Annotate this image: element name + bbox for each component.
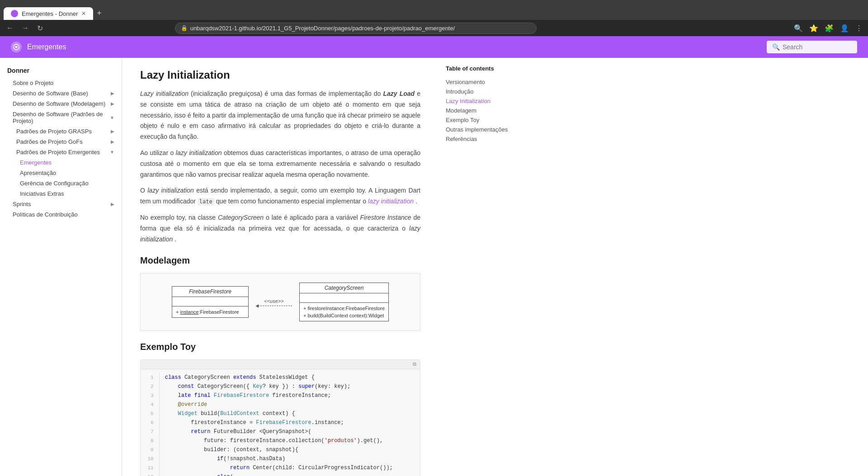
sidebar-item-label: Apresentação xyxy=(20,170,56,176)
line-content: Widget build(BuildContext context) { xyxy=(160,409,420,418)
uml-member-firestore: + firestoreInstance:FirebaseFirestore xyxy=(303,305,385,312)
sidebar-item-label: Sobre o Projeto xyxy=(13,80,53,86)
uml-classes: FirebaseFirestore + instance:FirebaseFir… xyxy=(172,283,389,321)
menu-icon[interactable]: ⋮ xyxy=(854,23,864,33)
sidebar-item-apresentacao[interactable]: Apresentação xyxy=(0,168,122,178)
uml-class-header: FirebaseFirestore xyxy=(172,287,248,297)
sidebar-item-label: Políticas de Contribuição xyxy=(13,211,78,218)
sidebar-item-label: Desenho de Software (Modelagem) xyxy=(13,100,105,107)
code-line-6: 6 firestoreInstance = FirebaseFirestore.… xyxy=(141,418,420,427)
sidebar-item-label: Padrões de Projeto GRASPs xyxy=(16,128,92,135)
line-content: @override xyxy=(160,400,420,409)
address-input[interactable]: 🔒 unbarqdsw2021-1.github.io/2021.1_G5_Pr… xyxy=(175,23,537,34)
uml-member-instance: + instance:FirebaseFirestore xyxy=(176,308,245,316)
sidebar-item-sprints[interactable]: Sprints ▶ xyxy=(0,199,122,209)
refresh-button[interactable]: ↻ xyxy=(34,23,46,33)
page-title: Lazy Initialization xyxy=(140,69,420,81)
dashed-arrow-line xyxy=(256,306,292,306)
paragraph-3: O lazy initialization está sendo impleme… xyxy=(140,185,420,207)
code-header: ⧉ xyxy=(141,360,420,369)
code-line-10: 10 if(!snapshot.hasData) xyxy=(141,454,420,463)
line-content: late final FirebaseFirestore firestoreIn… xyxy=(160,391,420,400)
chevron-right-icon: ▶ xyxy=(111,91,114,96)
uml-class-members: + instance:FirebaseFirestore xyxy=(172,306,248,317)
line-content: const CategoryScreen({ Key? key }) : sup… xyxy=(160,382,420,391)
toc-sidebar: Table of contents Versionamento Introduç… xyxy=(439,58,538,476)
search-input[interactable] xyxy=(783,43,850,51)
uml-class-firebase: FirebaseFirestore + instance:FirebaseFir… xyxy=(172,286,249,318)
toc-item-introducao[interactable]: Introdução xyxy=(446,87,531,96)
copy-icon[interactable]: ⧉ xyxy=(413,362,416,367)
toc-item-lazy[interactable]: Lazy Initialization xyxy=(446,96,531,106)
uml-class-body xyxy=(172,297,248,306)
line-num: 4 xyxy=(141,400,160,409)
uml-arrow-container: <<use>> xyxy=(249,298,299,306)
line-num: 3 xyxy=(141,391,160,400)
tab-favicon xyxy=(11,10,18,17)
sidebar-item-padroes[interactable]: Desenho de Software (Padrões de Projeto)… xyxy=(0,109,122,126)
content-area: Lazy Initialization Lazy initialization … xyxy=(122,58,439,476)
uml-class-header2: CategoryScreen xyxy=(300,283,388,293)
line-num: 6 xyxy=(141,418,160,427)
line-content: return FutureBuilder <QuerySnapshot>( xyxy=(160,427,420,436)
browser-tabs: Emergentes - Donner ✕ + xyxy=(4,0,105,20)
sidebar-section-title: Donner xyxy=(0,65,122,78)
sidebar-item-sobre[interactable]: Sobre o Projeto xyxy=(0,78,122,88)
code-line-7: 7 return FutureBuilder <QuerySnapshot>( xyxy=(141,427,420,436)
active-tab[interactable]: Emergentes - Donner ✕ xyxy=(4,7,93,20)
sidebar-item-emergentes[interactable]: Padrões de Projeto Emergentes ▼ xyxy=(0,147,122,157)
sidebar-item-grasps[interactable]: Padrões de Projeto GRASPs ▶ xyxy=(0,126,122,137)
line-num: 8 xyxy=(141,436,160,445)
code-block: ⧉ 1 class CategoryScreen extends Statele… xyxy=(140,359,420,476)
line-content: builder: (context, snapshot){ xyxy=(160,445,420,454)
sidebar-item-label: Iniciativas Extras xyxy=(20,190,64,197)
sidebar-item-base[interactable]: Desenho de Software (Base) ▶ xyxy=(0,88,122,99)
toc-item-outras[interactable]: Outras implementações xyxy=(446,125,531,134)
new-tab-button[interactable]: + xyxy=(93,7,105,20)
search-box[interactable]: 🔍 xyxy=(767,41,857,53)
forward-button[interactable]: → xyxy=(19,23,32,33)
line-content: if(!snapshot.hasData) xyxy=(160,454,420,463)
tab-close-icon[interactable]: ✕ xyxy=(81,10,86,17)
chevron-right-icon: ▶ xyxy=(111,129,114,134)
toc-item-versionamento[interactable]: Versionamento xyxy=(446,77,531,87)
line-content: future: firestoreInstance.collection('pr… xyxy=(160,436,420,445)
sidebar-item-emergentes-sub[interactable]: Emergentes xyxy=(0,157,122,168)
sidebar-item-label: Padrões de Projeto Emergentes xyxy=(16,149,100,156)
site-logo xyxy=(11,42,22,52)
sidebar-item-label: Padrões de Projeto GoFs xyxy=(16,138,83,145)
line-num: 5 xyxy=(141,409,160,418)
uml-member-build: + build(BuildContext context):Widget xyxy=(303,312,385,319)
sidebar-item-label: Desenho de Software (Base) xyxy=(13,90,88,97)
profile-icon[interactable]: 👤 xyxy=(838,23,851,33)
code-line-12: 12 else( xyxy=(141,472,420,476)
address-bar: ← → ↻ 🔒 unbarqdsw2021-1.github.io/2021.1… xyxy=(0,20,868,36)
code-line-9: 9 builder: (context, snapshot){ xyxy=(141,445,420,454)
address-text: unbarqdsw2021-1.github.io/2021.1_G5_Proj… xyxy=(190,25,455,32)
code-line-3: 3 late final FirebaseFirestore firestore… xyxy=(141,391,420,400)
toc-item-referencias[interactable]: Referências xyxy=(446,134,531,144)
extensions-icon[interactable]: 🧩 xyxy=(823,23,835,33)
sidebar-item-politicas[interactable]: Políticas de Contribuição xyxy=(0,209,122,220)
toc-item-modelagem[interactable]: Modelagem xyxy=(446,106,531,115)
code-line-11: 11 return Center(child: CircularProgress… xyxy=(141,463,420,472)
back-button[interactable]: ← xyxy=(4,23,16,33)
bookmark-icon[interactable]: ⭐ xyxy=(807,23,820,33)
sidebar-item-gofs[interactable]: Padrões de Projeto GoFs ▶ xyxy=(0,137,122,147)
sidebar-item-gerencia[interactable]: Gerência de Configuração xyxy=(0,178,122,189)
search-toolbar-icon[interactable]: 🔍 xyxy=(792,23,805,33)
site-header: Emergentes 🔍 xyxy=(0,36,868,58)
line-content: class CategoryScreen extends StatelessWi… xyxy=(160,373,420,382)
paragraph-2: Ao utilizar o lazy initialization obtemo… xyxy=(140,148,420,180)
sidebar-item-iniciativas[interactable]: Iniciativas Extras xyxy=(0,189,122,199)
sidebar-item-modelagem[interactable]: Desenho de Software (Modelagem) ▶ xyxy=(0,99,122,109)
code-line-2: 2 const CategoryScreen({ Key? key }) : s… xyxy=(141,382,420,391)
toolbar-icons: 🔍 ⭐ 🧩 👤 ⋮ xyxy=(792,23,864,33)
line-content: firestoreInstance = FirebaseFirestore.in… xyxy=(160,418,420,427)
section-example: Exemplo Toy xyxy=(140,342,420,352)
uml-diagram: FirebaseFirestore + instance:FirebaseFir… xyxy=(140,273,420,331)
line-content: else( xyxy=(160,472,420,476)
toc-item-exemplo[interactable]: Exemplo Toy xyxy=(446,115,531,125)
sidebar-item-label: Gerência de Configuração xyxy=(20,180,89,187)
line-num: 10 xyxy=(141,454,160,463)
